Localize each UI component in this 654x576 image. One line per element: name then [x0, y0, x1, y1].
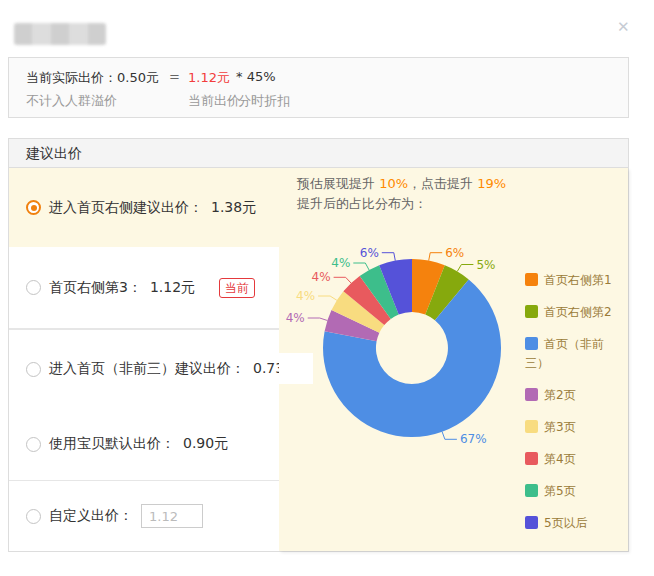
radio-selected-icon[interactable]	[26, 200, 41, 215]
pie-percent-label: 4%	[331, 256, 350, 270]
suggestion-panel: 建议出价 进入首页右侧建议出价： 1.38元 首页右侧第3： 1.12元 当前 …	[8, 138, 629, 552]
current-bid-value: 1.12元	[188, 69, 230, 87]
current-badge: 当前	[219, 278, 255, 298]
pie-label-line	[382, 253, 396, 261]
pie-percent-label: 6%	[360, 246, 379, 260]
legend-item-第4页[interactable]: 第4页	[525, 450, 624, 469]
pie-label-line	[318, 296, 337, 300]
legend-label: 第2页	[544, 388, 576, 402]
discount-multiplier: * 45%	[236, 69, 276, 84]
bid-options-list: 进入首页右侧建议出价： 1.38元 首页右侧第3： 1.12元 当前 进入首页（…	[9, 168, 279, 551]
legend-swatch	[525, 516, 538, 529]
option-value: 1.38元	[211, 199, 256, 217]
legend-swatch	[525, 388, 538, 401]
legend-label: 第5页	[544, 484, 576, 498]
actual-bid-label: 当前实际出价：0.50元	[26, 69, 159, 87]
pie-percent-label: 4%	[312, 270, 331, 284]
radio-icon[interactable]	[26, 280, 41, 295]
pie-label-line	[429, 253, 443, 261]
option-homepage-right-suggested[interactable]: 进入首页右侧建议出价： 1.38元	[9, 168, 279, 247]
bid-suggestion-dialog: ✕ 当前实际出价：0.50元 = 1.12元 * 45% 不计入人群溢价 当前出…	[0, 0, 654, 576]
panel-title: 建议出价	[9, 139, 628, 168]
pie-percent-label: 4%	[286, 311, 305, 325]
legend-swatch	[525, 273, 538, 286]
chart-legend: 首页右侧第1首页右侧第2首页（非前三）第2页第3页第4页第5页5页以后	[525, 271, 624, 533]
option-label: 进入首页右侧建议出价：	[49, 199, 203, 217]
close-icon[interactable]: ✕	[617, 20, 630, 35]
legend-item-首页右侧第1[interactable]: 首页右侧第1	[525, 271, 624, 290]
legend-swatch	[525, 305, 538, 318]
option-custom-bid[interactable]: 自定义出价：	[9, 481, 279, 551]
legend-label: 第4页	[544, 452, 576, 466]
legend-item-第3页[interactable]: 第3页	[525, 418, 624, 437]
option-value: 0.90元	[183, 435, 228, 453]
legend-label: 5页以后	[544, 516, 588, 530]
legend-label: 首页右侧第2	[544, 305, 612, 319]
radio-icon[interactable]	[26, 362, 41, 377]
pie-label-line	[308, 318, 328, 321]
option3-overflow-background	[279, 353, 313, 384]
pie-percent-label: 6%	[445, 246, 464, 260]
pie-label-line	[353, 263, 369, 270]
pie-label-line	[457, 265, 473, 272]
legend-label: 第3页	[544, 420, 576, 434]
option-value: 1.12元	[150, 279, 195, 297]
footnote-current-bid: 当前出价	[188, 92, 240, 110]
legend-item-5页以后[interactable]: 5页以后	[525, 514, 624, 533]
legend-swatch	[525, 337, 538, 350]
legend-item-第2页[interactable]: 第2页	[525, 386, 624, 405]
legend-swatch	[525, 484, 538, 497]
pie-percent-label: 5%	[476, 258, 495, 272]
pie-percent-label: 4%	[296, 289, 315, 303]
legend-item-第5页[interactable]: 第5页	[525, 482, 624, 501]
option-homepage-right-3rd[interactable]: 首页右侧第3： 1.12元 当前	[9, 247, 279, 329]
legend-item-首页（非前三）[interactable]: 首页（非前三）	[525, 335, 624, 373]
option-label: 首页右侧第3：	[49, 279, 142, 297]
legend-item-首页右侧第2[interactable]: 首页右侧第2	[525, 303, 624, 322]
legend-swatch	[525, 420, 538, 433]
legend-label: 首页右侧第1	[544, 273, 612, 287]
option-label: 自定义出价：	[49, 507, 133, 525]
equals-sign: =	[169, 69, 180, 84]
pie-label-line	[442, 432, 457, 440]
forecast-chart-panel: 预估展现提升 10%，点击提升 19% 提升后的占比分布为： 6%5%67%4%…	[279, 168, 628, 551]
option-label: 进入首页（非前三）建议出价：	[49, 360, 245, 378]
radio-icon[interactable]	[26, 437, 41, 452]
current-bid-summary-bar: 当前实际出价：0.50元 = 1.12元 * 45% 不计入人群溢价 当前出价 …	[8, 57, 629, 118]
dialog-title-redacted	[14, 23, 106, 45]
footnote-exclude-crowd: 不计入人群溢价	[26, 92, 117, 110]
footnote-time-discount: 分时折扣	[238, 92, 290, 110]
option-label: 使用宝贝默认出价：	[49, 435, 175, 453]
pie-label-line	[334, 277, 352, 283]
option-homepage-not-top3[interactable]: 进入首页（非前三）建议出价： 0.73元	[9, 329, 279, 408]
legend-swatch	[525, 452, 538, 465]
option-item-default-bid[interactable]: 使用宝贝默认出价： 0.90元	[9, 408, 279, 481]
pie-percent-label: 67%	[460, 432, 487, 446]
radio-icon[interactable]	[26, 509, 41, 524]
custom-bid-input[interactable]	[141, 504, 203, 528]
